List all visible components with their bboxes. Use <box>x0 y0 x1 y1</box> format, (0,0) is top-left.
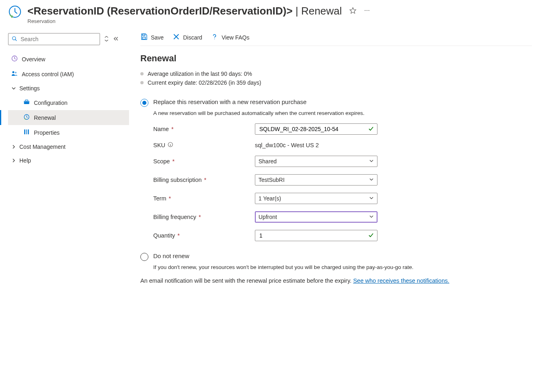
people-icon <box>11 70 18 78</box>
reservation-clock-icon <box>8 5 22 20</box>
sidebar-group-help[interactable]: Help <box>8 154 129 167</box>
properties-icon <box>23 129 30 136</box>
chevron-down-icon <box>11 86 16 91</box>
radio-description: A new reservation will be purchased auto… <box>153 110 532 116</box>
valid-check-icon <box>368 126 374 133</box>
page-title: <ReservationID (ReservationOrderID/Reser… <box>27 5 342 17</box>
svg-point-17 <box>215 39 215 40</box>
sidebar-group-label: Help <box>19 157 31 164</box>
page-subtitle: Reservation <box>27 18 532 24</box>
collapse-sidebar-icon[interactable] <box>113 36 119 43</box>
sidebar-item-overview[interactable]: Overview <box>8 52 129 67</box>
svg-point-4 <box>13 36 16 40</box>
sidebar-group-cost[interactable]: Cost Management <box>8 140 129 154</box>
chevron-right-icon <box>11 144 16 149</box>
chevron-down-icon <box>369 214 374 220</box>
svg-rect-10 <box>25 100 28 101</box>
chevron-down-icon <box>369 177 374 183</box>
main-content: Save Discard View FAQs Renewal Aver <box>129 33 532 284</box>
search-icon <box>12 36 17 43</box>
svg-rect-12 <box>24 129 25 134</box>
toolbox-icon <box>23 99 30 106</box>
search-input[interactable] <box>20 35 96 43</box>
radio-do-not-renew[interactable]: Do not renew <box>140 252 532 261</box>
expand-collapse-icon[interactable] <box>104 36 109 43</box>
svg-point-3 <box>368 10 369 11</box>
subscription-select[interactable]: TestSubRI <box>255 174 377 186</box>
field-label-sku: SKU <box>153 142 255 148</box>
save-button[interactable]: Save <box>140 33 164 42</box>
sidebar-item-label: Configuration <box>34 100 67 106</box>
sku-value: sql_dw100c - West US 2 <box>255 142 377 148</box>
sidebar-search[interactable] <box>8 33 100 45</box>
radio-description: If you don't renew, your resources won't… <box>153 264 532 270</box>
radio-label: Replace this reservation with a new rese… <box>153 98 306 105</box>
bullet-item: Current expiry date: 02/28/2026 (in 359 … <box>140 78 532 87</box>
valid-check-icon <box>368 232 374 239</box>
bullet-item: Average utilization in the last 90 days:… <box>140 69 532 78</box>
sidebar-item-configuration[interactable]: Configuration <box>8 95 129 110</box>
renewal-form: Name * SKU <box>153 123 532 241</box>
sidebar-group-label: Cost Management <box>19 144 65 150</box>
svg-point-2 <box>367 10 367 11</box>
radio-replace[interactable]: Replace this reservation with a new rese… <box>140 98 532 107</box>
notifications-link[interactable]: See who receives these notifications. <box>353 277 450 284</box>
radio-icon <box>140 253 148 261</box>
info-bullets: Average utilization in the last 90 days:… <box>140 69 532 87</box>
close-icon <box>173 33 180 42</box>
renewal-clock-icon <box>23 114 30 121</box>
sidebar-item-label: Access control (IAM) <box>22 71 74 77</box>
view-faqs-button[interactable]: View FAQs <box>211 33 249 42</box>
field-label-name: Name * <box>153 126 255 132</box>
svg-rect-14 <box>28 129 29 134</box>
chevron-right-icon <box>11 158 16 163</box>
field-label-scope: Scope * <box>153 158 255 165</box>
sidebar-item-label: Overview <box>22 56 45 63</box>
sidebar-item-label: Renewal <box>34 115 56 121</box>
chevron-down-icon <box>369 158 374 165</box>
field-label-frequency: Billing frequency * <box>153 214 255 220</box>
section-title: Renewal <box>140 53 532 64</box>
save-icon <box>140 33 148 42</box>
more-icon[interactable] <box>364 7 370 15</box>
radio-icon <box>140 99 148 107</box>
sidebar-item-renewal[interactable]: Renewal <box>8 110 129 125</box>
footer-notice: An email notification will be sent with … <box>140 277 532 284</box>
sidebar-group-label: Settings <box>19 85 40 92</box>
info-icon[interactable] <box>168 142 173 148</box>
svg-rect-13 <box>26 129 27 134</box>
question-icon <box>211 33 218 42</box>
page-header: <ReservationID (ReservationOrderID/Reser… <box>8 0 532 24</box>
scope-select[interactable]: Shared <box>255 156 377 167</box>
field-label-subscription: Billing subscription * <box>153 177 255 183</box>
billing-frequency-select[interactable]: Upfront <box>255 211 377 223</box>
field-label-quantity: Quantity * <box>153 232 255 239</box>
svg-point-1 <box>365 10 365 11</box>
overview-icon <box>11 55 18 63</box>
sidebar-item-properties[interactable]: Properties <box>8 125 129 140</box>
quantity-input[interactable] <box>255 230 377 241</box>
sidebar-item-iam[interactable]: Access control (IAM) <box>8 67 129 81</box>
favorite-star-icon[interactable] <box>349 7 357 15</box>
field-label-term: Term * <box>153 195 255 202</box>
discard-button[interactable]: Discard <box>173 33 202 42</box>
chevron-down-icon <box>369 195 374 202</box>
command-bar: Save Discard View FAQs <box>140 33 532 46</box>
radio-label: Do not renew <box>153 252 189 259</box>
term-select[interactable]: 1 Year(s) <box>255 193 377 204</box>
svg-point-6 <box>13 71 15 73</box>
sidebar: Overview Access control (IAM) Settings C… <box>8 33 129 284</box>
svg-rect-15 <box>143 37 146 39</box>
svg-rect-16 <box>143 34 145 36</box>
name-input[interactable] <box>255 123 377 135</box>
sidebar-item-label: Properties <box>34 129 60 136</box>
svg-point-7 <box>15 72 17 73</box>
sidebar-group-settings[interactable]: Settings <box>8 81 129 95</box>
